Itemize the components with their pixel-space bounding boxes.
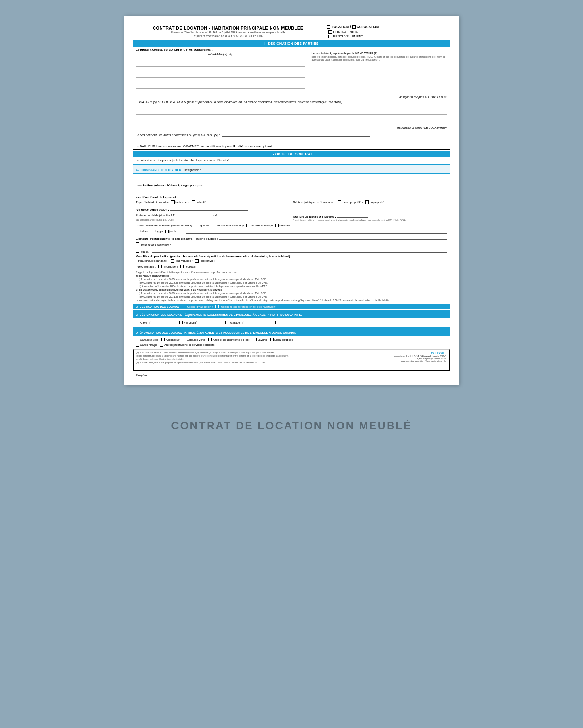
- objet-section: Le présent contrat a pour objet la locat…: [133, 157, 450, 378]
- individuelle-checkbox[interactable]: [171, 259, 174, 263]
- section-c-label: C- DÉSIGNATION DES LOCAUX ET ÉQUIPEMENTS…: [136, 313, 302, 317]
- locataire-label: LOCATAIRE(S) ou COLOCATAIRES (nom et pré…: [136, 100, 447, 104]
- autres-parties-row: Autres parties du logement (le cas échéa…: [136, 223, 447, 228]
- header-table: CONTRAT DE LOCATION - HABITATION PRINCIP…: [133, 23, 450, 40]
- footer-notes: (1) Pour chaque bailleur : nom, prénom, …: [134, 350, 391, 365]
- collectif-checkbox-item: collectif: [192, 200, 206, 204]
- mandataire-detail: nom ou raison sociale, adresse, activité…: [312, 56, 447, 61]
- big-title: CONTRAT DE LOCATION NON MEUBLÉ: [167, 416, 415, 436]
- usage-mixte-checkbox[interactable]: [215, 305, 219, 308]
- bailleur-right: Le cas échéant, représenté par le MANDAT…: [309, 52, 447, 94]
- bailleur-left: BAILLEUR(S) (1): [136, 52, 305, 94]
- comble-non-checkbox[interactable]: [212, 224, 215, 227]
- section-a-label: A- CONSISTANCE DU LOGEMENT Désignation :: [136, 168, 202, 172]
- section-d-label: D- ÉNUMÉRATION DES LOCAUX, PARTIES, ÉQUI…: [136, 331, 296, 334]
- balcon-row: balcon loggia jardin: [136, 229, 447, 234]
- section-designation-header: I- DÉSIGNATION DES PARTIES: [133, 40, 450, 47]
- header-right: LOCATION / COLOCATION CONTRAT INITIAL RE…: [323, 23, 450, 40]
- autres2-row: autres :: [136, 247, 447, 253]
- header-title: CONTRAT DE LOCATION - HABITATION PRINCIP…: [137, 26, 319, 30]
- comble-am-checkbox[interactable]: [246, 224, 250, 227]
- objet-intro: Le présent contrat a pour objet la locat…: [136, 158, 447, 162]
- tissot-name: TISSOT: [435, 351, 446, 355]
- garant-row: Le cas échéant, les noms et adresses du …: [136, 132, 447, 142]
- installations-checkbox[interactable]: [136, 242, 139, 246]
- equipements-row: Eléments d'équipements (le cas échéant) …: [136, 235, 447, 240]
- document-page: CONTRAT DE LOCATION - HABITATION PRINCIP…: [124, 16, 459, 385]
- locataire-section: LOCATAIRE(S) ou COLOCATAIRES (nom et pré…: [136, 100, 447, 129]
- bailleur-loue: Le BAILLEUR loue les locaux au LOCATAIRE…: [136, 145, 447, 148]
- garage-velo-checkbox[interactable]: [136, 338, 139, 341]
- autres2-checkbox[interactable]: [136, 249, 139, 253]
- renouvellement-label: RENOUVELLEMENT: [333, 35, 363, 38]
- contrat-intro: Le présent contrat est conclu entre les …: [136, 48, 447, 51]
- parking-checkbox[interactable]: [179, 321, 183, 324]
- aires-checkbox[interactable]: [208, 338, 212, 341]
- individuel-checkbox[interactable]: [171, 200, 175, 204]
- mandataire-label: Le cas échéant, représenté par le MANDAT…: [312, 52, 447, 55]
- scissors-icon: ✂: [431, 351, 434, 355]
- footer-brand: ✂ TISSOT www.tissot.fr - © ILC-34 (54ème…: [391, 350, 449, 363]
- slash-separator: /: [350, 25, 351, 29]
- eau-chaude-row: - d'eau chaude sanitaire : Individuelle …: [136, 258, 447, 263]
- location-label: LOCATION: [332, 25, 349, 29]
- header-left: CONTRAT DE LOCATION - HABITATION PRINCIP…: [133, 23, 323, 40]
- mono-checkbox[interactable]: [338, 200, 341, 204]
- contrat-initial-row: CONTRAT INITIAL: [328, 30, 446, 34]
- extra2-checkbox[interactable]: [272, 321, 276, 324]
- tissot-logo: ✂ TISSOT: [394, 351, 446, 355]
- balcon-checkbox[interactable]: [136, 230, 139, 233]
- individuel-checkbox-item: individuel /: [171, 200, 189, 204]
- grenier-checkbox[interactable]: [196, 224, 199, 227]
- contrat-initial-label: CONTRAT INITIAL: [333, 30, 359, 34]
- espaces-verts-checkbox[interactable]: [183, 338, 186, 341]
- cave-checkbox[interactable]: [136, 321, 139, 324]
- paraphes: Paraphes :: [133, 373, 450, 378]
- local-poubelle-checkbox[interactable]: [270, 338, 274, 341]
- usage-habitation-checkbox[interactable]: [182, 305, 185, 308]
- chauffage-row: - de chauffage : Individuel / collectif …: [136, 264, 447, 269]
- commun-row2: Gardiennage Autres prestations et servic…: [136, 342, 447, 347]
- collectif-checkbox[interactable]: [192, 200, 195, 204]
- modalites-label: Modalités de production (préciser les mo…: [136, 254, 447, 258]
- colocation-checkbox[interactable]: [352, 25, 356, 29]
- ascenseur-checkbox[interactable]: [161, 338, 165, 341]
- extra-checkbox[interactable]: [179, 230, 182, 233]
- colocation-label: COLOCATION: [357, 25, 379, 29]
- collectif2-checkbox[interactable]: [180, 265, 184, 268]
- localisation-row: Localisation (adresse, bâtiment, étage, …: [136, 181, 447, 187]
- bailleur-label: BAILLEUR(S) (1): [136, 52, 305, 56]
- garant-label: Le cas échéant, les noms et adresses du …: [136, 132, 447, 137]
- header-subtitle1: Soumis au Titre 1er de la loi n° 89-462 …: [137, 31, 319, 34]
- garage-checkbox[interactable]: [225, 321, 229, 324]
- designe-locataire: désigné(s) ci-après «LE LOCATAIRE».: [136, 126, 447, 129]
- autres-prestations-checkbox[interactable]: [160, 343, 163, 347]
- laverie-checkbox[interactable]: [253, 338, 257, 341]
- section-objet-header: II- OBJET DU CONTRAT: [133, 151, 450, 157]
- header-subtitle2: et portant modification de la loi n° 86-…: [137, 35, 319, 37]
- collective-checkbox[interactable]: [195, 259, 199, 263]
- renouvellement-row: RENOUVELLEMENT: [328, 35, 446, 38]
- gardiennage-checkbox[interactable]: [136, 343, 139, 347]
- surface-pieces-row: Surface habitable (cf. notice 1.1) ; m² …: [136, 212, 447, 221]
- identifiant-row: Identifiant fiscal du logement :: [136, 193, 447, 199]
- contrat-initial-checkbox[interactable]: [328, 30, 332, 34]
- annee-row: Année de construction :: [136, 206, 447, 211]
- individuel2-checkbox[interactable]: [158, 265, 162, 268]
- section-b-label: B- DESTINATION DES LOCAUX: [136, 305, 179, 308]
- designation-section: Le présent contrat est conclu entre les …: [133, 47, 450, 150]
- jardin-checkbox[interactable]: [165, 230, 169, 233]
- location-checkbox[interactable]: [327, 25, 330, 29]
- rappel-block: Rappel : un logement décent doit respect…: [136, 270, 447, 302]
- regime-row: Régime juridique de l'immeuble : mono pr…: [293, 200, 447, 204]
- commun-row1: Garage à vélo Ascenseur Espaces verts Ai…: [136, 338, 447, 341]
- installations-row: installations sanitaires :: [136, 241, 447, 247]
- copro-checkbox[interactable]: [365, 200, 369, 204]
- location-checkbox-row: LOCATION / COLOCATION: [327, 25, 379, 29]
- loggia-checkbox[interactable]: [151, 230, 154, 233]
- renouvellement-checkbox[interactable]: [328, 35, 332, 38]
- type-regime-row: Type d'habitat : immeuble individuel / c…: [136, 200, 447, 205]
- type-habitat-row: Type d'habitat : immeuble individuel / c…: [136, 200, 290, 204]
- footer-section: (1) Pour chaque bailleur : nom, prénom, …: [133, 349, 450, 371]
- terrasse-checkbox[interactable]: [275, 224, 279, 227]
